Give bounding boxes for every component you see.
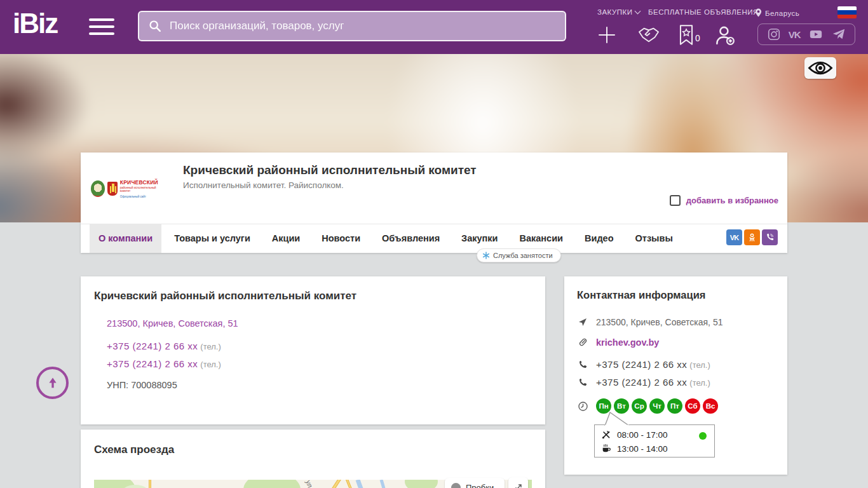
page: iBiz ЗАКУПКИ БЕСПЛАТНЫЕ ОБЪЯВЛЕНИЯ Белар…	[0, 0, 868, 488]
contact-website-link[interactable]: krichev.gov.by	[596, 337, 659, 348]
weekday-thu[interactable]: Чт	[649, 398, 665, 414]
favorites-bookmark-icon[interactable]	[677, 24, 695, 46]
work-tools-icon	[601, 430, 611, 440]
contact-phone-2[interactable]: +375 (2241) 2 66 xx(тел.)	[596, 377, 710, 388]
header: iBiz ЗАКУПКИ БЕСПЛАТНЫЕ ОБЪЯВЛЕНИЯ Белар…	[0, 0, 868, 54]
contact-address-row: 213500, Кричев, Советская, 51	[577, 317, 722, 327]
phone-icon	[578, 360, 588, 370]
break-hours-row: 13:00 - 14:00	[601, 442, 708, 456]
accessibility-eye-button[interactable]	[804, 57, 836, 79]
chevron-down-icon	[635, 8, 641, 15]
favorites-count: 0	[695, 33, 700, 43]
company-logo-caption: Официальный сайт	[120, 195, 161, 198]
about-heading: Кричевский районный исполнительный комит…	[94, 290, 356, 302]
share-vk-button[interactable]: VK	[726, 229, 742, 245]
tab-products[interactable]: Товары и услуги	[165, 224, 259, 253]
site-logo[interactable]: iBiz	[13, 8, 57, 39]
work-hours-row: 08:00 - 17:00	[601, 428, 708, 442]
company-subtitle: Исполнительный комитет. Райисполком.	[183, 180, 344, 190]
about-card: Кричевский районный исполнительный комит…	[81, 276, 545, 424]
add-to-favorites[interactable]: добавить в избранное	[670, 195, 778, 206]
contact-address: 213500, Кричев, Советская, 51	[596, 317, 722, 327]
share-buttons: VK	[726, 229, 778, 245]
search-icon	[148, 19, 162, 33]
nav-purchases[interactable]: ЗАКУПКИ	[597, 8, 640, 16]
contact-heading: Контактная информация	[577, 289, 705, 301]
company-logo-subtitle: районный исполнительный комитет	[120, 186, 161, 193]
working-hours-row: ПнВтСрЧтПтСбВс	[577, 398, 718, 414]
weekday-wed[interactable]: Ср	[632, 398, 647, 414]
weekday-fri[interactable]: Пт	[667, 398, 682, 414]
company-unp: УНП: 700088095	[107, 380, 177, 390]
schedule-pointer	[604, 412, 630, 426]
link-icon	[578, 337, 588, 348]
telegram-icon[interactable]	[832, 27, 846, 41]
company-logo-title: КРИЧЕВСКИЙ	[120, 179, 161, 186]
favorite-checkbox[interactable]	[670, 195, 681, 206]
tab-announcements[interactable]: Объявления	[373, 224, 449, 253]
traffic-toggle-button[interactable]: Пробки	[445, 478, 505, 488]
map-heading: Схема проезда	[94, 444, 174, 456]
phone-icon	[578, 377, 588, 388]
service-asterisk-icon	[482, 252, 490, 259]
coat-of-arms-icon	[91, 180, 105, 197]
search-input[interactable]	[170, 20, 556, 32]
map-expand-button[interactable]	[508, 477, 528, 488]
arrow-up-icon	[44, 374, 62, 392]
employment-service-tooltip: Служба занятости	[477, 248, 561, 262]
weekday-sun[interactable]: Вс	[703, 398, 718, 414]
schedule-popup: 08:00 - 17:00 13:00 - 14:00	[594, 424, 715, 458]
weekday-sat[interactable]: Сб	[685, 398, 700, 414]
share-odnoklassniki-button[interactable]	[744, 229, 760, 245]
break-hours: 13:00 - 14:00	[617, 444, 668, 454]
add-company-icon[interactable]	[596, 24, 618, 46]
tab-promotions[interactable]: Акции	[263, 224, 309, 253]
contact-phone-1[interactable]: +375 (2241) 2 66 xx(тел.)	[596, 359, 710, 370]
work-hours: 08:00 - 17:00	[617, 430, 668, 440]
tab-about[interactable]: О компании	[90, 224, 161, 253]
coffee-break-icon	[601, 444, 611, 454]
city-shield-icon	[107, 182, 117, 196]
eye-icon	[808, 60, 833, 76]
menu-burger-icon[interactable]	[89, 18, 114, 36]
header-social-links: VK	[757, 24, 855, 45]
contact-phone-row-2: +375 (2241) 2 66 xx(тел.)	[577, 377, 710, 388]
login-user-icon[interactable]	[713, 24, 737, 48]
favorite-label: добавить в избранное	[686, 196, 778, 205]
contact-card: Контактная информация 213500, Кричев, Со…	[564, 276, 787, 475]
tooltip-label: Служба занятости	[493, 252, 553, 259]
share-viber-button[interactable]	[762, 229, 778, 245]
nav-free-ads[interactable]: БЕСПЛАТНЫЕ ОБЪЯВЛЕНИЯ	[648, 8, 759, 16]
company-tabs: О компанииТовары и услугиАкцииНовостиОбъ…	[81, 224, 787, 253]
company-card: КРИЧЕВСКИЙ районный исполнительный комит…	[81, 152, 787, 253]
clock-icon	[578, 401, 588, 412]
map-card: Схема проезда ул. Пробки	[81, 430, 545, 488]
navigation-arrow-icon	[578, 317, 588, 327]
open-now-indicator	[699, 432, 707, 440]
language-flag-russia[interactable]	[837, 6, 857, 18]
expand-arrows-icon	[513, 482, 524, 488]
nav-region[interactable]: Беларусь	[755, 8, 799, 17]
company-logo[interactable]: КРИЧЕВСКИЙ районный исполнительный комит…	[91, 159, 161, 218]
vk-icon[interactable]: VK	[789, 29, 801, 40]
about-address-link[interactable]: 213500, Кричев, Советская, 51	[107, 318, 238, 329]
instagram-icon[interactable]	[767, 27, 781, 41]
tab-video[interactable]: Видео	[576, 224, 623, 253]
traffic-light-icon	[451, 483, 461, 488]
tab-news[interactable]: Новости	[313, 224, 369, 253]
contact-website-row: krichev.gov.by	[577, 337, 659, 348]
contact-phone-row-1: +375 (2241) 2 66 xx(тел.)	[577, 359, 710, 370]
search-bar	[138, 11, 566, 41]
location-pin-icon	[755, 8, 762, 17]
company-title: Кричевский районный исполнительный комит…	[183, 163, 477, 177]
partners-handshake-icon[interactable]	[635, 25, 662, 44]
youtube-icon[interactable]	[808, 27, 824, 41]
about-phone-2[interactable]: +375 (2241) 2 66 xx(тел.)	[107, 358, 221, 369]
scroll-to-top-button[interactable]	[36, 367, 69, 399]
tab-reviews[interactable]: Отзывы	[627, 224, 682, 253]
about-phone-1[interactable]: +375 (2241) 2 66 xx(тел.)	[107, 341, 221, 351]
